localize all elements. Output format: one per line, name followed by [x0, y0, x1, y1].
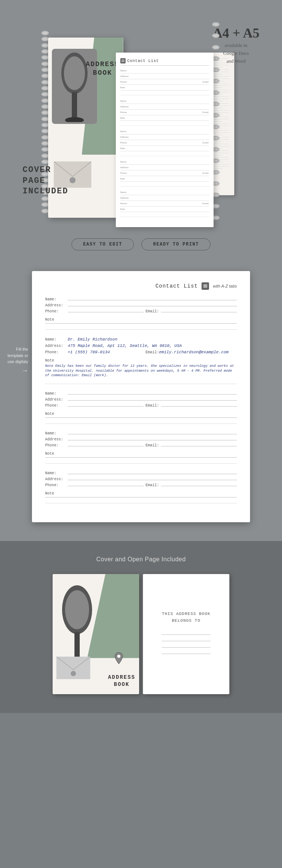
mini-contact-5: Name: Address: Phone: Email: Note: [120, 191, 209, 217]
bottom-section-title: Cover and Open Page Included: [11, 556, 271, 563]
note-value: Note Emily has been our family doctor fo…: [45, 364, 237, 378]
arrow-icon: →: [21, 367, 28, 375]
contact-entry-filled: Name: Dr. Emily Richardson Address: 475 …: [45, 337, 237, 384]
address-label-4: Address:: [45, 437, 68, 442]
note-label-4: Note: [45, 452, 54, 456]
document-header: Contact List with A-Z tabs: [45, 282, 237, 290]
location-pin-icon: [114, 652, 124, 664]
email-label-3: Email:: [146, 404, 159, 408]
fill-label: Fill the template or use digitaly →: [0, 346, 28, 375]
phone-value: +1 (555) 789-0134: [68, 350, 146, 354]
hero-section: A4 + A5 available in Google Docsand Word: [0, 0, 282, 227]
open-page-line-4: [162, 654, 211, 654]
svg-rect-2: [72, 92, 77, 118]
pages-preview-area: ADDRESS BOOK THIS ADDRESS BOOK belongs t…: [11, 574, 271, 694]
note-label-1: Note: [45, 318, 54, 322]
open-page-line-1: [162, 634, 211, 635]
svg-rect-6: [121, 60, 124, 60]
mini-contact-4: Name: Address: Phone: Email: Note: [120, 161, 209, 187]
note-label-filled: Note: [45, 359, 54, 363]
open-page-text: THIS ADDRESS BOOK belongs to: [162, 611, 210, 624]
svg-point-17: [71, 671, 76, 676]
svg-rect-14: [74, 632, 80, 660]
svg-point-3: [65, 117, 84, 122]
phone-label-1: Phone:: [45, 309, 68, 313]
cover-preview-phone: [53, 582, 102, 664]
email-label-1: Email:: [146, 309, 159, 313]
cover-preview-title: ADDRESS BOOK: [108, 674, 135, 689]
name-label-1: Name:: [45, 297, 68, 301]
svg-point-18: [117, 655, 120, 658]
mini-contact-3: Name: Address: Phone: Email: Note: [120, 130, 209, 156]
address-value: 475 Maple Road, Apt 112, Seattle, WA 981…: [68, 344, 237, 348]
open-page-preview: THIS ADDRESS BOOK belongs to: [143, 574, 229, 694]
name-label-3: Name:: [45, 392, 68, 396]
address-label-3: Address:: [45, 398, 68, 402]
cover-page-included-label: COVER PAGE INCLUDED: [23, 165, 68, 197]
cover-title-area: ADDRESS BOOK: [86, 60, 120, 78]
tab-label: with A-Z tabs: [213, 284, 237, 288]
email-value: emily.richardson@example.com: [159, 350, 237, 354]
svg-point-13: [65, 590, 89, 629]
phone-label-filled: Phone:: [45, 350, 68, 354]
cover-preview-envelope: [56, 657, 90, 679]
mini-contact-1: Name: Address: Phone: Email: Note: [120, 69, 209, 95]
name-label-5: Name:: [45, 471, 68, 475]
note-label-5: Note: [45, 491, 54, 496]
bottom-section: Cover and Open Page Included: [0, 541, 282, 713]
tab-icon: [202, 282, 209, 290]
address-label-5: Address:: [45, 477, 68, 481]
svg-rect-9: [203, 285, 207, 285]
list-icon-mini: [120, 58, 126, 63]
phone-label-4: Phone:: [45, 443, 68, 448]
email-label-filled: Email:: [146, 350, 159, 354]
document-wrapper: Fill the template or use digitaly → Cont…: [32, 271, 250, 522]
contact-entry-3: Name: Address: Phone: Email: Note: [45, 392, 237, 424]
open-page-line-3: [162, 647, 211, 648]
contact-list-page-mockup: Contact List Name: Address: Phone: Email…: [116, 53, 214, 227]
easy-to-edit-button[interactable]: EASY TO EDIT: [71, 238, 134, 250]
platform-names: Google Docsand Word: [223, 50, 249, 64]
contact-list-header-mini: Contact List: [120, 58, 209, 66]
phone-label-5: Phone:: [45, 483, 68, 487]
email-label-4: Email:: [146, 443, 159, 448]
phone-label-3: Phone:: [45, 404, 68, 408]
name-value: Dr. Emily Richardson: [68, 337, 237, 342]
svg-rect-11: [203, 287, 207, 288]
document-section: Fill the template or use digitaly → Cont…: [0, 264, 282, 541]
address-label-filled: Address:: [45, 344, 68, 348]
address-label-1: Address:: [45, 303, 68, 307]
svg-rect-10: [203, 286, 207, 286]
buttons-section: EASY TO EDIT READY TO PRINT: [0, 227, 282, 264]
open-page-line-2: [162, 641, 211, 641]
svg-rect-8: [121, 62, 124, 62]
svg-point-5: [70, 177, 76, 183]
email-label-5: Email:: [146, 483, 159, 487]
cover-page-preview: ADDRESS BOOK: [53, 574, 139, 694]
contact-entry-1: Name: Address: Phone: Email: Note: [45, 297, 237, 330]
document-page: Contact List with A-Z tabs Name: Address…: [32, 271, 250, 522]
ready-to-print-button[interactable]: READY TO PRINT: [141, 238, 211, 250]
svg-point-1: [64, 56, 85, 90]
name-label-filled: Name:: [45, 338, 68, 342]
contact-entry-5: Name: Address: Phone: Email: Note: [45, 471, 237, 503]
mini-contact-2: Name: Address: Phone: Email: Note: [120, 100, 209, 126]
svg-rect-7: [121, 61, 124, 61]
document-title: Contact List: [155, 283, 198, 289]
contact-entry-4: Name: Address: Phone: Email: Note: [45, 431, 237, 464]
cover-title: ADDRESS BOOK: [86, 60, 120, 78]
note-label-3: Note: [45, 412, 54, 416]
name-label-4: Name:: [45, 431, 68, 436]
